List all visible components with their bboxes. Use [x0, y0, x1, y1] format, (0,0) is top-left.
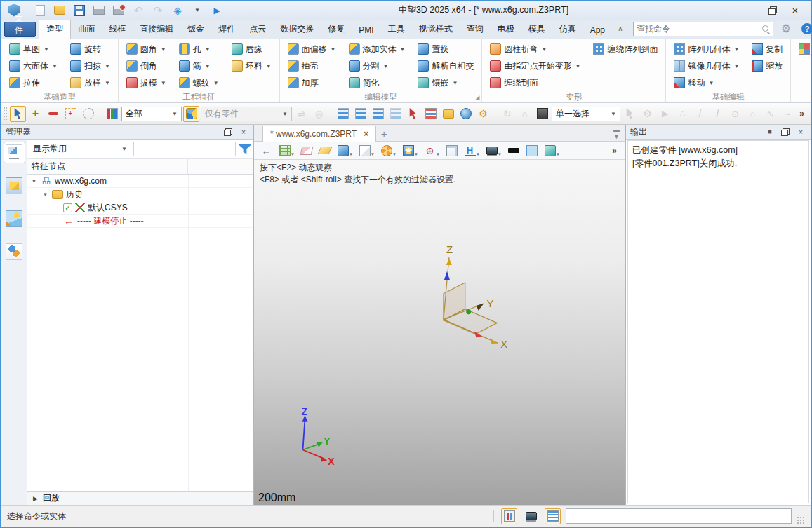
- layer-display-button[interactable]: ▼: [542, 142, 558, 158]
- tab-list-menu-icon[interactable]: ▬▼: [613, 126, 620, 140]
- lasso-button[interactable]: [80, 106, 96, 122]
- ribbon-button[interactable]: 抽壳: [286, 57, 338, 74]
- ribbon-button[interactable]: 唇缘: [229, 41, 274, 57]
- selection-mode-select[interactable]: 单一选择▼: [552, 107, 620, 121]
- input-toggle-button[interactable]: [501, 508, 517, 524]
- eraser-button[interactable]: [298, 142, 314, 158]
- undo-button[interactable]: ↶: [130, 3, 147, 18]
- tree-expander-icon[interactable]: ▼: [30, 178, 38, 184]
- line-tool-1-button[interactable]: /: [692, 106, 708, 122]
- circle-center-button[interactable]: ⊙: [727, 106, 743, 122]
- settings-gear-button[interactable]: ⚙: [778, 21, 794, 36]
- menu-tab[interactable]: 模具: [521, 20, 552, 39]
- ribbon-button[interactable]: 孔▼: [177, 41, 221, 57]
- output-pin-icon[interactable]: ■: [764, 127, 776, 137]
- ribbon-button[interactable]: 筋▼: [177, 57, 221, 74]
- tree-row[interactable]: ✓默认CSYS: [27, 201, 253, 215]
- tree-row[interactable]: ▼品www.x6g.com: [27, 175, 253, 188]
- add-tab-button[interactable]: +: [376, 126, 392, 141]
- redo-button[interactable]: ↷: [149, 3, 166, 18]
- ribbon-button[interactable]: 倒角: [124, 57, 168, 74]
- menu-tab[interactable]: 视觉样式: [412, 20, 460, 39]
- status-input[interactable]: [566, 508, 792, 524]
- regen-button[interactable]: ◈: [169, 3, 186, 18]
- menu-tab[interactable]: 线框: [102, 20, 133, 39]
- spline-tool-1-button[interactable]: ∿: [762, 106, 778, 122]
- file-menu-button[interactable]: 文件(F): [4, 22, 36, 37]
- display-box-button[interactable]: [534, 106, 550, 122]
- ribbon-button[interactable]: 分割▼: [347, 57, 408, 74]
- open-file-button[interactable]: [51, 3, 68, 18]
- cursor-gray-button[interactable]: [622, 106, 638, 122]
- window-minimize-button[interactable]: —: [742, 3, 759, 18]
- ribbon-button[interactable]: 置换: [415, 41, 476, 57]
- zoom-window-button[interactable]: ▼: [400, 142, 416, 158]
- add-entity-button[interactable]: +: [27, 106, 44, 122]
- rotate-view-button[interactable]: ↻: [499, 106, 515, 122]
- ribbon-button[interactable]: 六面体▼: [7, 57, 60, 74]
- ribbon-button[interactable]: 移动▼: [672, 74, 741, 91]
- resume-play-button[interactable]: ▶: [208, 3, 225, 18]
- remove-entity-button[interactable]: [45, 106, 61, 122]
- ribbon-button[interactable]: 拔模▼: [124, 74, 168, 91]
- ribbon-button[interactable]: 缠绕阵列到面: [591, 41, 660, 57]
- menu-tab[interactable]: 点云: [242, 20, 273, 39]
- save-file-button[interactable]: [71, 3, 88, 18]
- view-orientation-button[interactable]: ▼: [378, 142, 394, 158]
- feature-search-input[interactable]: [133, 142, 236, 156]
- menu-tab[interactable]: 曲面: [71, 20, 102, 39]
- filter-all-select[interactable]: 全部▼: [121, 107, 182, 121]
- feature-node-column[interactable]: 特征节点: [27, 159, 188, 174]
- ribbon-button[interactable]: 放样▼: [68, 74, 112, 91]
- ribbon-button[interactable]: 圆柱折弯▼: [488, 41, 583, 57]
- ribbon-button[interactable]: 缠绕到面: [488, 74, 583, 91]
- ribbon-button[interactable]: 缩放: [750, 57, 785, 74]
- select-bars-3-button[interactable]: [370, 106, 386, 122]
- background-color-button[interactable]: [524, 142, 540, 158]
- visual-manager-tab[interactable]: [4, 175, 25, 196]
- view-toolbar-overflow-button[interactable]: »: [612, 146, 617, 156]
- ribbon-button[interactable]: 圆角▼: [124, 41, 168, 57]
- menu-tab[interactable]: 查询: [460, 20, 491, 39]
- menu-tab[interactable]: PMI: [352, 22, 380, 39]
- output-restore-icon[interactable]: [780, 127, 791, 137]
- ribbon-button[interactable]: 阵列几何体▼: [672, 41, 741, 57]
- menu-tab[interactable]: 钣金: [180, 20, 211, 39]
- link-constraint-button[interactable]: ⇌: [293, 106, 310, 122]
- ribbon-button[interactable]: 解析自相交: [415, 57, 476, 74]
- menu-tab[interactable]: 数据交换: [273, 20, 321, 39]
- tree-checkbox[interactable]: ✓: [63, 203, 72, 212]
- select-bars-1-button[interactable]: [335, 106, 351, 122]
- tree-expander-icon[interactable]: ▼: [41, 191, 49, 198]
- display-filter-select[interactable]: 显示常用▼: [29, 142, 131, 156]
- ribbon-button[interactable]: 添加实体▼: [347, 41, 408, 57]
- ribbon-button[interactable]: 由指定点开始变形▼: [488, 57, 583, 74]
- command-search-input[interactable]: [637, 24, 761, 34]
- ribbon-button[interactable]: 草图▼: [7, 41, 60, 57]
- wireframe-mode-button[interactable]: ▼: [357, 142, 373, 158]
- ribbon-button[interactable]: 拉伸: [7, 74, 60, 91]
- point-snap-button[interactable]: ⊕▼: [422, 142, 438, 158]
- ribbon-button[interactable]: 基准面▼: [797, 41, 812, 57]
- menu-tab[interactable]: 焊件: [211, 20, 242, 39]
- select-bars-4-button[interactable]: [387, 106, 404, 122]
- qat-dropdown-button[interactable]: ▼: [189, 3, 206, 18]
- window-close-button[interactable]: ×: [787, 3, 804, 18]
- dialog-launcher-icon[interactable]: ◢: [475, 94, 480, 101]
- ribbon-button[interactable]: 螺纹▼: [177, 74, 221, 91]
- filter-bars-button[interactable]: [104, 106, 120, 122]
- edge-display-button[interactable]: [505, 142, 521, 158]
- image-viewer-button[interactable]: [458, 106, 474, 122]
- document-tab[interactable]: * www.x6g.com.Z3PRT ×: [262, 126, 376, 142]
- toolbar-overflow-button[interactable]: »: [799, 109, 804, 119]
- menu-tab[interactable]: 直接编辑: [133, 20, 180, 39]
- ribbon-button[interactable]: 复制: [750, 41, 785, 57]
- monitor-toggle-button[interactable]: [523, 508, 539, 524]
- circle-tool-button[interactable]: ○: [745, 106, 761, 122]
- toolbar-grip[interactable]: [4, 107, 7, 121]
- ribbon-button[interactable]: 坯料▼: [229, 57, 274, 74]
- menu-tab[interactable]: 电极: [491, 20, 521, 39]
- ribbon-collapse-button[interactable]: ∧: [612, 21, 629, 36]
- curve-hook-button[interactable]: ∩: [517, 106, 533, 122]
- shaded-mode-button[interactable]: ▼: [335, 142, 351, 158]
